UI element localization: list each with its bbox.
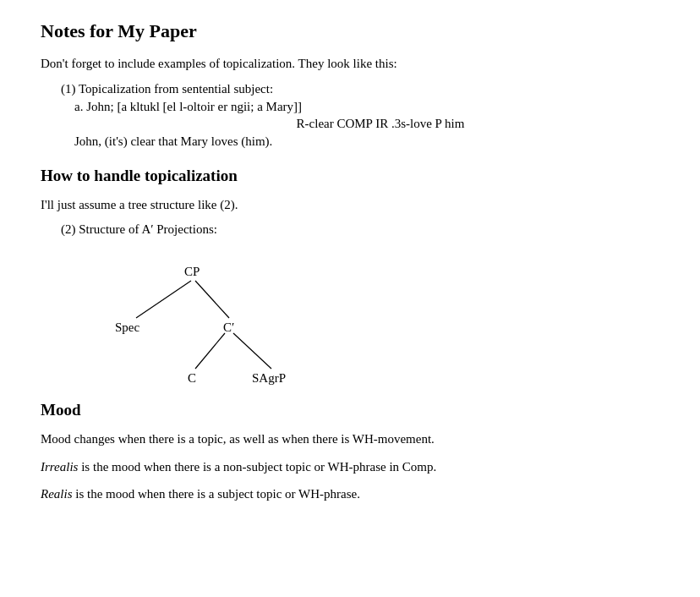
example-1-title: Topicalization from sentential subject: bbox=[79, 82, 273, 96]
example-2-title: Structure of A′ Projections: bbox=[79, 222, 217, 236]
section-3-text2-rest: is the mood when there is a non-subject … bbox=[78, 460, 436, 474]
tree-node-cp: CP bbox=[184, 265, 200, 278]
tree-svg: CP Spec C′ C SAgrP bbox=[81, 249, 318, 392]
section-2-heading: How to handle topicalization bbox=[41, 167, 659, 185]
section-3-text1: Mood changes when there is a topic, as w… bbox=[41, 430, 659, 449]
section-3-text2: Irrealis is the mood when there is a non… bbox=[41, 457, 659, 477]
section-3-heading: Mood bbox=[41, 401, 659, 419]
example-1-label: (1) bbox=[61, 82, 76, 96]
example-1-line3: John, (it's) clear that Mary loves (him)… bbox=[74, 131, 659, 151]
intro-text: Don't forget to include examples of topi… bbox=[41, 54, 659, 74]
tree-node-c: C bbox=[188, 371, 196, 385]
tree-edge-cprime-sagrp bbox=[233, 333, 271, 369]
example-2-label: (2) bbox=[61, 222, 76, 236]
example-1: (1) Topicalization from sentential subje… bbox=[61, 82, 659, 151]
section-3: Mood Mood changes when there is a topic,… bbox=[41, 401, 659, 504]
section-3-text3: Realis is the mood when there is a subje… bbox=[41, 485, 659, 504]
section-2-text: I'll just assume a tree structure like (… bbox=[41, 195, 659, 215]
example-1-line1: a. John; [a kltukl [el l-oltoir er ngii;… bbox=[74, 96, 659, 117]
section-3-irrealis: Irrealis bbox=[41, 460, 78, 474]
section-3-realis: Realis bbox=[41, 487, 73, 501]
example-2: (2) Structure of A′ Projections: bbox=[61, 222, 659, 237]
example-1-line2: R-clear COMP IR .3s-love P him bbox=[101, 117, 659, 131]
tree-edge-cp-spec bbox=[136, 281, 191, 318]
tree-node-sagrp: SAgrP bbox=[252, 371, 286, 385]
page-title: Notes for My Paper bbox=[41, 20, 659, 42]
tree-diagram: CP Spec C′ C SAgrP bbox=[81, 249, 301, 384]
example-1-content: a. John; [a kltukl [el l-oltoir er ngii;… bbox=[74, 96, 659, 151]
tree-edge-cp-cprime bbox=[195, 281, 229, 318]
tree-edge-cprime-c bbox=[195, 333, 225, 369]
section-3-text3-rest: is the mood when there is a subject topi… bbox=[73, 487, 360, 501]
tree-node-cprime: C′ bbox=[223, 320, 234, 334]
tree-node-spec: Spec bbox=[115, 320, 140, 334]
